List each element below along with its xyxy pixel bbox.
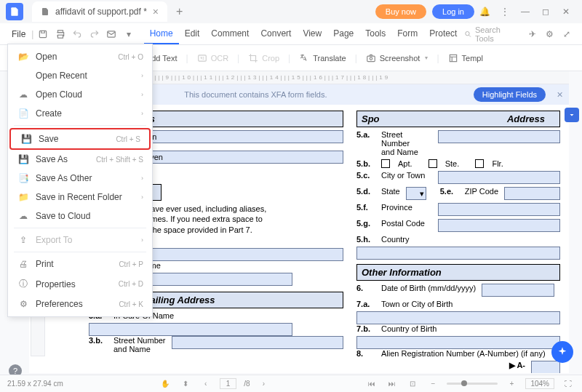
file-icon	[41, 7, 49, 16]
tab-home[interactable]: Home	[144, 24, 179, 44]
field-5c[interactable]	[438, 171, 560, 184]
redo-icon[interactable]	[87, 25, 103, 43]
tab-page[interactable]: Page	[327, 24, 359, 44]
svg-rect-6	[198, 55, 206, 60]
field-5f[interactable]	[438, 203, 560, 216]
menu-print[interactable]: 🖨PrintCtrl + P	[8, 255, 152, 273]
last-page-icon[interactable]: ⏭	[386, 380, 399, 388]
status-bar: 21.59 x 27.94 cm ✋ ⬍ ‹ 1 /8 › ⏮ ⏭ ⊡ − + …	[0, 375, 582, 392]
kebab-icon[interactable]: ⋮	[495, 1, 515, 22]
prev-page-icon[interactable]: ‹	[199, 380, 212, 388]
instruction-text: u have ever used, including aliases, :na…	[140, 204, 343, 245]
section-header-other: Other Information	[356, 264, 560, 281]
banner-close-icon[interactable]: ✕	[557, 90, 563, 100]
search-tools[interactable]: Search Tools	[464, 25, 516, 43]
checkbox-apt[interactable]	[381, 159, 390, 168]
zoom-out-icon[interactable]: −	[426, 380, 439, 388]
next-page-icon[interactable]: ›	[258, 380, 271, 388]
close-window-icon[interactable]: ✕	[556, 1, 576, 22]
select-mode-icon[interactable]: ⬍	[179, 380, 192, 388]
menu-bar: File | ▾ Home Edit Comment Convert View …	[0, 23, 582, 45]
new-tab-button[interactable]: +	[176, 5, 183, 18]
field-3a[interactable]	[89, 323, 292, 336]
menu-save-cloud[interactable]: ☁Save to Cloud	[8, 207, 152, 225]
field-7b[interactable]	[356, 336, 560, 349]
send-icon[interactable]: ✈	[525, 25, 541, 43]
menu-create[interactable]: 📄Create›	[8, 104, 152, 123]
zoom-slider[interactable]	[447, 383, 498, 385]
tab-comment[interactable]: Comment	[205, 24, 255, 44]
field-6[interactable]	[482, 284, 554, 297]
field-3b[interactable]	[172, 336, 343, 349]
menu-save-as-other[interactable]: 📑Save As Other›	[8, 169, 152, 188]
checkbox-ste[interactable]	[428, 159, 437, 168]
screenshot-button[interactable]: Screenshot▾	[360, 49, 434, 67]
zoom-in-icon[interactable]: +	[505, 380, 518, 388]
page-number-input[interactable]: 1	[220, 378, 237, 389]
maximize-icon[interactable]: ◻	[535, 1, 556, 22]
field-1a[interactable]: ohn	[140, 130, 343, 143]
fit-page-icon[interactable]: ⊡	[406, 380, 419, 388]
first-page-icon[interactable]: ⏮	[365, 380, 378, 388]
hand-mode-icon[interactable]: ✋	[159, 380, 172, 388]
app-logo	[6, 3, 23, 20]
section-header-addr: SpoAddress	[356, 111, 560, 127]
fullscreen-icon[interactable]: ⛶	[562, 380, 575, 388]
main-nav: Home Edit Comment Convert View Page Tool…	[144, 24, 463, 44]
translate-button[interactable]: Translate	[293, 49, 351, 67]
print-icon[interactable]	[52, 25, 68, 43]
login-button[interactable]: Log in	[432, 4, 474, 19]
svg-rect-9	[450, 55, 456, 61]
customize-icon[interactable]: ▾	[121, 25, 137, 43]
field-1b[interactable]: teven	[140, 151, 343, 164]
tab-close-icon[interactable]: ×	[153, 6, 159, 17]
select-state[interactable]: ▾	[406, 187, 426, 200]
page-total: /8	[244, 380, 250, 388]
menu-open-cloud[interactable]: ☁Open Cloud›	[8, 85, 152, 104]
notify-icon[interactable]: 🔔	[474, 1, 495, 22]
menu-save-as[interactable]: 💾Save AsCtrl + Shift + S	[8, 150, 152, 169]
menu-preferences[interactable]: ⚙PreferencesCtrl + K	[8, 295, 152, 313]
title-bar: affidavit of support.pdf * × + Buy now L…	[0, 0, 582, 23]
undo-icon[interactable]	[70, 25, 86, 43]
file-menu[interactable]: File	[7, 26, 30, 42]
field-8[interactable]	[531, 361, 560, 373]
svg-point-4	[466, 31, 469, 35]
mail-icon[interactable]	[104, 25, 120, 43]
field-5g[interactable]	[438, 219, 560, 232]
tab-edit[interactable]: Edit	[179, 24, 206, 44]
save-icon[interactable]	[35, 25, 51, 43]
ocr-button[interactable]: OCR	[191, 49, 234, 67]
crop-button[interactable]: Crop	[242, 49, 285, 67]
field-5a[interactable]	[438, 130, 560, 143]
zoom-level[interactable]: 104%	[525, 378, 554, 389]
tab-title: affidavit of support.pdf *	[55, 7, 147, 17]
settings-icon[interactable]: ⚙	[542, 25, 558, 43]
field-7a[interactable]	[356, 311, 560, 324]
field-5h[interactable]	[356, 247, 560, 260]
menu-export[interactable]: ⇪Export To›	[8, 231, 152, 249]
menu-open[interactable]: 📂OpenCtrl + O	[8, 47, 152, 66]
document-tab[interactable]: affidavit of support.pdf * ×	[32, 1, 167, 22]
expand-icon[interactable]: ⤢	[559, 25, 575, 43]
template-button[interactable]: Templ	[442, 49, 489, 67]
svg-rect-2	[57, 35, 63, 38]
highlight-fields-button[interactable]: Highlight Fields	[474, 87, 546, 102]
menu-open-recent[interactable]: Open Recent›	[8, 66, 152, 85]
tab-protect[interactable]: Protect	[423, 24, 463, 44]
assistant-fab[interactable]	[551, 341, 573, 363]
tab-tools[interactable]: Tools	[359, 24, 391, 44]
tab-convert[interactable]: Convert	[255, 24, 297, 44]
field-2b[interactable]	[140, 248, 343, 261]
menu-save[interactable]: 💾SaveCtrl + S	[9, 128, 151, 150]
checkbox-flr[interactable]	[475, 159, 484, 168]
side-download-button[interactable]	[565, 108, 579, 122]
minimize-icon[interactable]: —	[515, 1, 535, 22]
page-dimensions: 21.59 x 27.94 cm	[7, 380, 63, 388]
tab-form[interactable]: Form	[391, 24, 423, 44]
tab-view[interactable]: View	[297, 24, 327, 44]
menu-save-recent-folder[interactable]: 📁Save in Recent Folder›	[8, 188, 152, 207]
buy-now-button[interactable]: Buy now	[375, 4, 426, 19]
field-5e[interactable]	[504, 187, 560, 200]
menu-properties[interactable]: ⓘPropertiesCtrl + D	[8, 273, 152, 295]
